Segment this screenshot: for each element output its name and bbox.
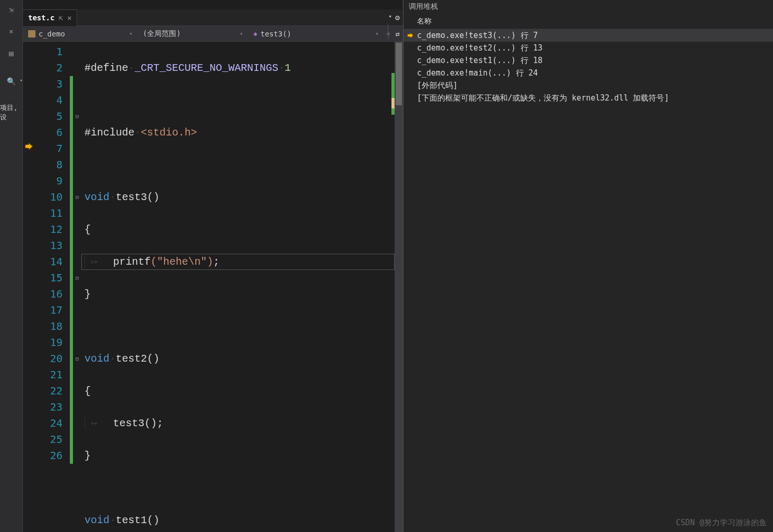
callstack-list: c_demo.exe!test3(...) 行 7 c_demo.exe!tes… <box>403 29 773 532</box>
fold-icon[interactable]: ⊟ <box>73 189 81 205</box>
callstack-row[interactable]: c_demo.exe!test3(...) 行 7 <box>403 29 773 42</box>
tab-close-icon[interactable]: ✕ <box>67 14 71 22</box>
callstack-title: 调用堆栈 <box>403 0 773 16</box>
tab-pin-icon[interactable]: ⇱ <box>59 14 63 22</box>
fold-icon[interactable]: ⊟ <box>73 108 81 125</box>
scrollbar-thumb[interactable] <box>396 43 402 105</box>
callstack-row[interactable]: [下面的框架可能不正确和/或缺失，没有为 kernel32.dll 加载符号] <box>403 92 773 104</box>
callstack-frame-label: c_demo.exe!test3(...) 行 7 <box>417 31 538 41</box>
editor-area: test.c ⇱ ✕ ▾ ⚙ c_demo ▾ (全局范围) ▾ ◈ test3… <box>23 0 403 532</box>
left-sidebar: ⇲ ✕ ▤ 🔍 项目, 设 <box>0 0 23 532</box>
callstack-column-header[interactable]: 名称 <box>403 16 773 29</box>
sidebar-text: 项目, 设 <box>0 103 22 122</box>
pin-icon[interactable]: ⇲ <box>5 3 18 16</box>
nav-function-selector[interactable]: ◈ test3() ▾ <box>248 26 384 41</box>
callstack-row[interactable]: c_demo.exe!test1(...) 行 18 <box>403 54 773 67</box>
nav-split-icon[interactable]: ＋ <box>384 29 392 39</box>
breakpoint-gutter[interactable] <box>23 42 33 532</box>
line-number-gutter: 1234567891011121314151617181920212223242… <box>33 42 70 532</box>
nav-swap-icon[interactable]: ⇄ <box>392 30 403 38</box>
close-icon[interactable]: ✕ <box>5 25 18 38</box>
nav-scope-label: (全局范围) <box>143 29 181 39</box>
current-line-arrow-icon <box>24 142 33 151</box>
code-body[interactable]: #define·_CRT_SECURE_NO_WARNINGS·1 #inclu… <box>81 42 395 532</box>
tab-label: test.c <box>28 14 55 22</box>
callstack-frame-label: [下面的框架可能不正确和/或缺失，没有为 kernel32.dll 加载符号] <box>417 93 669 103</box>
tab-dropdown-icon[interactable]: ▾ <box>388 13 392 22</box>
callstack-frame-label: [外部代码] <box>417 81 458 91</box>
nav-project-label: c_demo <box>39 30 65 38</box>
fold-gutter[interactable]: ⊟ ⊟ ⊟ ⊟ <box>73 42 81 532</box>
callstack-frame-label: c_demo.exe!test2(...) 行 13 <box>417 43 543 53</box>
nav-bar: c_demo ▾ (全局范围) ▾ ◈ test3() ▾ ＋ ⇄ <box>23 26 403 42</box>
callstack-pane: 调用堆栈 名称 c_demo.exe!test3(...) 行 7 c_demo… <box>403 0 773 532</box>
callstack-row[interactable]: [外部代码] <box>403 79 773 92</box>
code-view[interactable]: 1234567891011121314151617181920212223242… <box>23 42 403 532</box>
tab-test-c[interactable]: test.c ⇱ ✕ <box>23 9 77 26</box>
callstack-frame-label: c_demo.exe!main(...) 行 24 <box>417 68 538 78</box>
tab-bar: test.c ⇱ ✕ ▾ ⚙ <box>23 9 403 26</box>
callstack-frame-label: c_demo.exe!test1(...) 行 18 <box>417 56 543 66</box>
nav-scope-selector[interactable]: (全局范围) ▾ <box>138 26 248 41</box>
nav-project-selector[interactable]: c_demo ▾ <box>23 26 138 41</box>
project-icon <box>28 30 35 38</box>
watermark: CSDN @努力学习游泳的鱼 <box>676 518 767 528</box>
fold-icon[interactable]: ⊟ <box>73 351 81 367</box>
doc-icon[interactable]: ▤ <box>5 47 18 59</box>
callstack-row[interactable]: c_demo.exe!test2(...) 行 13 <box>403 42 773 54</box>
callstack-row[interactable]: c_demo.exe!main(...) 行 24 <box>403 67 773 79</box>
current-frame-arrow-icon <box>406 32 415 39</box>
search-icon[interactable]: 🔍 <box>5 75 18 88</box>
function-icon: ◈ <box>253 30 257 38</box>
fold-icon[interactable]: ⊟ <box>73 270 81 286</box>
vertical-scrollbar[interactable] <box>395 42 403 532</box>
tab-gear-icon[interactable]: ⚙ <box>395 13 400 22</box>
nav-function-label: test3() <box>261 30 291 38</box>
